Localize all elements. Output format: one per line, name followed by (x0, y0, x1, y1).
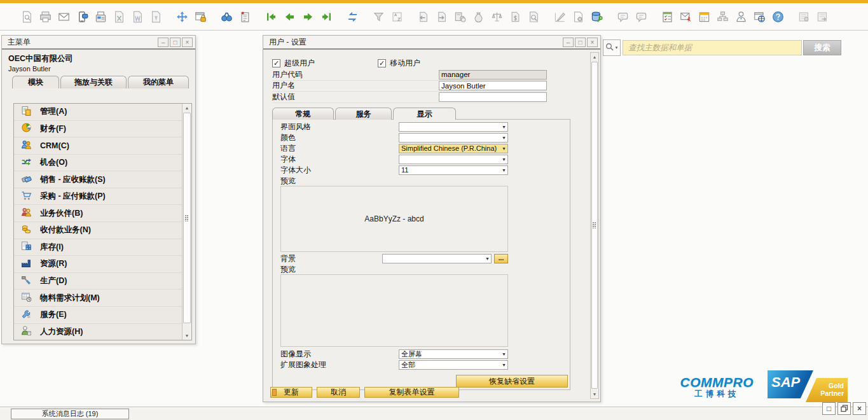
menu-item-financials[interactable]: 财务(F) (14, 121, 182, 138)
menu-item-human-resources[interactable]: 人力资源(H) (14, 324, 182, 340)
calendar-icon[interactable] (696, 9, 712, 24)
main-menu-titlebar[interactable]: 主菜单 – □ × (2, 36, 195, 50)
menu-item-administration[interactable]: 管理(A) (14, 104, 182, 121)
tab-general[interactable]: 常规 (272, 108, 334, 120)
fax-icon[interactable] (93, 9, 108, 24)
last-record-icon[interactable] (319, 9, 334, 24)
scroll-up-icon[interactable]: ▲ (183, 104, 191, 112)
dialog-titlebar[interactable]: 用户 - 设置 – □ × (263, 36, 600, 50)
skin-style-dropdown[interactable]: ▼ (399, 122, 508, 132)
menu-item-opportunities[interactable]: 机会(O) (14, 155, 182, 172)
chat-a-icon[interactable] (615, 9, 630, 24)
sort-icon[interactable] (389, 9, 404, 24)
web-browser-icon[interactable] (752, 9, 767, 24)
chat-b-icon[interactable] (633, 9, 649, 24)
user-code-field[interactable] (439, 70, 547, 80)
tab-services[interactable]: 服务 (335, 108, 392, 120)
copy-form-settings-button[interactable]: 复制表单设置 (364, 387, 459, 398)
system-message-log-tab[interactable]: 系统消息日志 (19) (11, 409, 129, 419)
close-button[interactable]: × (853, 402, 866, 415)
money-bag-icon[interactable] (471, 9, 486, 24)
font-size-dropdown[interactable]: 11▼ (399, 165, 508, 175)
journal-voucher-icon[interactable] (237, 9, 252, 24)
close-button[interactable]: × (182, 38, 193, 47)
email-icon[interactable] (56, 9, 71, 24)
menu-item-inventory[interactable]: 库存(I) (14, 239, 182, 256)
minimize-button[interactable]: – (158, 38, 169, 47)
menu-item-purchasing-ap[interactable]: 采购 - 应付账款(P) (14, 188, 182, 206)
addon-settings-icon[interactable] (796, 9, 811, 24)
print-preview-icon[interactable] (19, 9, 34, 24)
copy-from-icon[interactable] (415, 9, 431, 24)
background-dropdown[interactable]: ▼ (382, 254, 492, 263)
image-display-dropdown[interactable]: 全屏幕▼ (399, 349, 508, 359)
refresh-icon[interactable] (345, 9, 360, 24)
language-dropdown[interactable]: Simplified Chinese (P.R.China)▼ (399, 144, 508, 153)
scroll-down-icon[interactable]: ▼ (183, 332, 191, 340)
update-button[interactable]: 更新 (270, 387, 312, 398)
edit-chart-icon[interactable] (552, 9, 567, 24)
minimize-button[interactable]: – (563, 38, 574, 47)
search-button[interactable]: 搜索 (803, 40, 841, 55)
previous-record-icon[interactable] (282, 9, 297, 24)
color-dropdown[interactable]: ▼ (399, 133, 508, 143)
database-maintenance-icon[interactable] (589, 9, 604, 24)
dialog-scrollbar[interactable]: ▲ ▼ (590, 52, 599, 399)
tab-display[interactable]: 显示 (393, 108, 456, 120)
tab-drag-relate[interactable]: 拖放与关联 (60, 76, 127, 88)
restore-windows-button[interactable] (837, 402, 851, 415)
search-input[interactable] (623, 40, 802, 55)
help-icon[interactable] (770, 9, 785, 24)
mobile-user-checkbox[interactable]: ✓ (378, 59, 386, 67)
maximize-button[interactable]: □ (575, 38, 586, 47)
document-dollar-icon[interactable] (507, 9, 523, 24)
copy-to-icon[interactable] (434, 9, 449, 24)
user-name-field[interactable] (439, 81, 547, 90)
menu-item-sales-ar[interactable]: 销售 - 应收账款(S) (14, 171, 182, 188)
first-record-icon[interactable] (263, 9, 279, 24)
exchange-rate-scales-icon[interactable] (489, 9, 504, 24)
main-menu-scrollbar[interactable]: ▲ ▼ (182, 104, 191, 340)
cancel-button[interactable]: 取消 (317, 387, 360, 398)
font-dropdown[interactable]: ▼ (399, 155, 508, 164)
next-record-icon[interactable] (300, 9, 315, 24)
alert-message-icon[interactable] (678, 9, 693, 24)
search-scope-button[interactable]: ▼ (603, 39, 621, 56)
menu-item-business-partners[interactable]: 业务伙伴(B) (14, 205, 182, 222)
ext-image-dropdown[interactable]: 全部▼ (399, 360, 508, 370)
scrollbar-thumb[interactable] (183, 113, 191, 323)
scroll-up-icon[interactable]: ▲ (591, 53, 598, 61)
maximize-button[interactable]: □ (170, 38, 181, 47)
menu-item-banking[interactable]: 收付款业务(N) (14, 222, 182, 239)
move-window-icon[interactable] (174, 9, 189, 24)
defaults-field[interactable] (439, 92, 547, 102)
org-chart-icon[interactable] (715, 9, 730, 24)
maximize-button[interactable]: □ (822, 402, 836, 415)
scroll-down-icon[interactable]: ▼ (591, 390, 598, 398)
sms-icon[interactable] (74, 9, 90, 24)
menu-item-service[interactable]: 服务(E) (14, 307, 182, 324)
menu-item-mrp[interactable]: 物料需求计划(M) (14, 290, 182, 307)
tab-my-menu[interactable]: 我的菜单 (128, 76, 189, 88)
superuser-checkbox[interactable]: ✓ (272, 59, 280, 67)
employee-icon[interactable] (733, 9, 748, 24)
payment-means-icon[interactable] (452, 9, 467, 24)
export-pdf-icon[interactable] (148, 9, 163, 24)
scrollbar-thumb[interactable] (591, 62, 598, 389)
browse-button[interactable]: ... (494, 254, 508, 263)
lock-screen-icon[interactable] (193, 9, 208, 24)
restore-defaults-button[interactable]: 恢复缺省设置 (456, 375, 568, 388)
menu-item-production[interactable]: 生产(D) (14, 273, 182, 290)
form-settings-icon[interactable] (570, 9, 586, 24)
export-excel-icon[interactable] (111, 9, 127, 24)
addon-manager-icon[interactable] (815, 9, 830, 24)
filter-icon[interactable] (371, 9, 386, 24)
tab-modules[interactable]: 模块 (12, 76, 59, 88)
find-icon[interactable] (219, 9, 234, 24)
export-word-icon[interactable] (130, 9, 145, 24)
menu-item-resources[interactable]: 资源(R) (14, 256, 182, 273)
checklist-icon[interactable] (659, 9, 675, 24)
menu-item-crm[interactable]: CRM(C) (14, 137, 182, 155)
print-icon[interactable] (38, 9, 53, 24)
query-preview-icon[interactable] (526, 9, 541, 24)
